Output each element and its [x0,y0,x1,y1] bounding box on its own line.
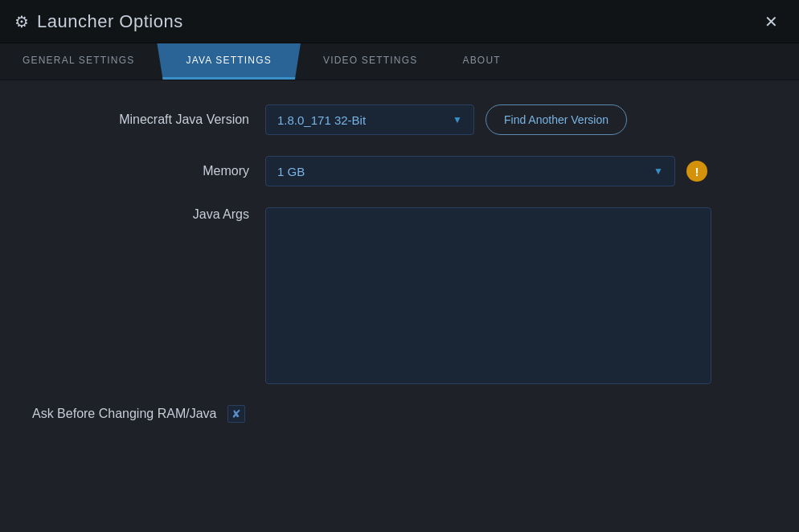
tab-general-settings[interactable]: GENERAL SETTINGS [0,43,157,80]
ask-before-label: Ask Before Changing RAM/Java [32,407,216,421]
java-args-textarea[interactable] [265,207,711,384]
checkmark-icon: ✘ [232,407,241,420]
warning-icon: ! [686,161,707,182]
ask-before-checkbox[interactable]: ✘ [227,405,245,423]
content-area: Minecraft Java Version 1.8.0_171 32-Bit … [0,80,799,447]
memory-value: 1 GB [277,165,305,178]
ask-before-row: Ask Before Changing RAM/Java ✘ [32,405,767,423]
close-button[interactable]: ✕ [758,10,785,33]
memory-label: Memory [32,164,265,178]
memory-dropdown[interactable]: 1 GB ▼ [265,156,675,186]
java-version-row: Minecraft Java Version 1.8.0_171 32-Bit … [32,104,767,135]
java-args-row: Java Args [32,207,767,384]
tab-bar: GENERAL SETTINGS JAVA SETTINGS VIDEO SET… [0,43,799,80]
java-args-controls [265,207,767,384]
window-title: Launcher Options [37,11,183,32]
chevron-down-icon: ▼ [453,114,462,125]
tab-java-settings[interactable]: JAVA SETTINGS [157,43,301,80]
java-version-controls: 1.8.0_171 32-Bit ▼ Find Another Version [265,104,767,135]
chevron-down-icon: ▼ [654,166,663,177]
java-args-label: Java Args [32,207,265,222]
gear-icon: ⚙ [14,12,29,31]
tab-about[interactable]: ABOUT [440,43,522,80]
title-bar: ⚙ Launcher Options ✕ [0,0,799,43]
java-version-dropdown[interactable]: 1.8.0_171 32-Bit ▼ [265,104,474,135]
memory-row: Memory 1 GB ▼ ! [32,156,767,186]
tab-video-settings[interactable]: VIDEO SETTINGS [301,43,440,80]
memory-controls: 1 GB ▼ ! [265,156,767,186]
find-another-version-button[interactable]: Find Another Version [486,104,627,135]
java-version-value: 1.8.0_171 32-Bit [277,113,366,127]
java-version-label: Minecraft Java Version [32,113,265,127]
title-bar-left: ⚙ Launcher Options [14,11,183,32]
